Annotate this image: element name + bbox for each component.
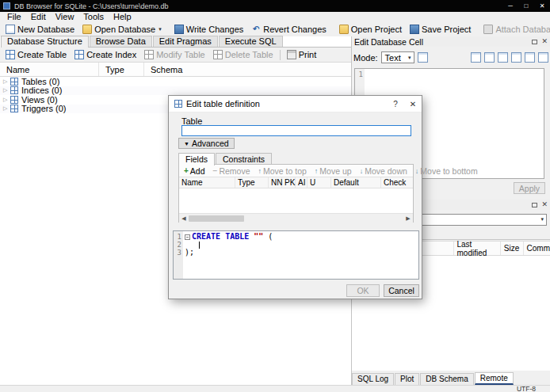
tree-column-schema[interactable]: Schema xyxy=(144,63,351,76)
menu-file[interactable]: File xyxy=(2,12,26,22)
edit-cell-dock-title: Edit Database Cell xyxy=(354,37,423,47)
print-cell-icon[interactable] xyxy=(498,52,508,63)
cancel-button[interactable]: Cancel xyxy=(384,284,419,297)
ok-button[interactable]: OK xyxy=(346,284,380,297)
maximize-button[interactable]: □ xyxy=(518,0,534,12)
close-button[interactable]: ✕ xyxy=(534,0,550,12)
horizontal-scrollbar[interactable]: ◀ ▶ xyxy=(179,213,413,223)
tree-column-type[interactable]: Type xyxy=(99,63,144,76)
move-to-bottom-button[interactable]: ↓ Move to bottom xyxy=(412,166,481,176)
revert-changes-button[interactable]: ↶ Revert Changes xyxy=(247,24,330,35)
attach-database-button[interactable]: Attach Database xyxy=(479,24,550,35)
title-bar: DB Browser for SQLite - C:\Users\turne\d… xyxy=(0,0,550,12)
status-bar: UTF-8 xyxy=(0,385,550,392)
float-dock-icon[interactable] xyxy=(532,40,537,44)
tab-database-structure[interactable]: Database Structure xyxy=(1,36,89,48)
save-project-icon xyxy=(410,25,419,34)
tab-sql-log[interactable]: SQL Log xyxy=(352,373,394,385)
column-name[interactable]: Name xyxy=(179,177,235,188)
mode-select[interactable]: Text ▾ xyxy=(381,51,414,63)
dialog-close-button[interactable]: ✕ xyxy=(404,100,422,108)
tree-column-name[interactable]: Name xyxy=(0,63,99,76)
fields-table-body[interactable] xyxy=(179,188,413,213)
dialog-icon xyxy=(174,100,182,108)
scroll-right-icon[interactable]: ▶ xyxy=(403,215,413,222)
open-external-icon[interactable] xyxy=(538,52,548,63)
menu-tools[interactable]: Tools xyxy=(78,12,109,22)
import-icon[interactable] xyxy=(418,52,428,63)
tree-item-tables[interactable]: ▷ Tables (0) xyxy=(0,77,351,86)
column-nn[interactable]: NN xyxy=(269,177,282,188)
sql-preview: 1 2 3 CREATE TABLE "" ( ); xyxy=(173,230,419,280)
encoding-indicator[interactable]: UTF-8 xyxy=(517,385,550,392)
open-project-button[interactable]: Open Project xyxy=(335,24,406,35)
code-fold-icon[interactable] xyxy=(185,234,190,240)
remove-field-button[interactable]: − Remove xyxy=(210,166,254,176)
menu-view[interactable]: View xyxy=(51,12,79,22)
column-default[interactable]: Default xyxy=(331,177,381,188)
revert-changes-icon: ↶ xyxy=(251,25,261,34)
tree-header: Name Type Schema xyxy=(0,63,351,77)
create-table-button[interactable]: Create Table xyxy=(2,49,71,60)
tab-browse-data[interactable]: Browse Data xyxy=(90,36,152,47)
expand-arrow-icon[interactable]: ▷ xyxy=(3,87,10,93)
mode-label: Mode: xyxy=(353,53,378,63)
tab-constraints[interactable]: Constraints xyxy=(216,153,272,165)
advanced-button[interactable]: ▼ Advanced xyxy=(178,138,235,149)
tab-edit-pragmas[interactable]: Edit Pragmas xyxy=(153,36,218,47)
dialog-help-button[interactable]: ? xyxy=(387,100,404,108)
scrollbar-thumb[interactable] xyxy=(189,215,244,222)
tab-execute-sql[interactable]: Execute SQL xyxy=(219,36,283,47)
move-up-button[interactable]: ↑ Move up xyxy=(311,166,355,176)
word-wrap-icon[interactable] xyxy=(511,52,521,63)
scroll-left-icon[interactable]: ◀ xyxy=(179,215,189,222)
move-to-top-button[interactable]: ↑ Move to top xyxy=(254,166,309,176)
column-check[interactable]: Check xyxy=(381,177,413,188)
add-field-button[interactable]: + Add xyxy=(181,166,208,176)
tab-remote[interactable]: Remote xyxy=(475,372,514,385)
views-icon xyxy=(10,96,18,104)
null-icon[interactable] xyxy=(525,52,535,63)
float-dock-icon[interactable] xyxy=(532,203,537,207)
modify-table-button[interactable]: Modify Table xyxy=(140,49,209,60)
close-dock-icon[interactable]: ✕ xyxy=(541,38,548,45)
tab-plot[interactable]: Plot xyxy=(395,373,419,385)
main-tab-bar: Database Structure Browse Data Edit Prag… xyxy=(1,36,351,48)
copy-icon[interactable] xyxy=(484,52,495,63)
column-type[interactable]: Type xyxy=(235,177,269,188)
minimize-button[interactable]: ─ xyxy=(502,0,518,12)
remove-icon: − xyxy=(213,167,218,175)
tab-fields[interactable]: Fields xyxy=(178,153,215,166)
expand-arrow-icon[interactable]: ▷ xyxy=(3,78,10,85)
export-icon[interactable] xyxy=(471,52,481,63)
column-pk[interactable]: PK xyxy=(282,177,296,188)
print-button[interactable]: Print xyxy=(283,49,321,60)
column-ai[interactable]: AI xyxy=(296,177,307,188)
remote-column-size[interactable]: Size xyxy=(501,242,524,255)
close-dock-icon[interactable]: ✕ xyxy=(541,201,548,208)
tree-item-indices[interactable]: ▷ Indices (0) xyxy=(0,86,351,96)
menu-edit[interactable]: Edit xyxy=(26,12,51,22)
menu-help[interactable]: Help xyxy=(109,12,136,22)
open-database-dropdown-icon[interactable]: ▾ xyxy=(159,26,162,32)
tab-db-schema[interactable]: DB Schema xyxy=(420,373,473,385)
move-down-button[interactable]: ↓ Move down xyxy=(357,166,411,176)
expand-arrow-icon[interactable]: ▷ xyxy=(3,105,10,112)
delete-table-icon xyxy=(213,50,223,59)
create-index-button[interactable]: Create Index xyxy=(71,49,140,60)
create-index-icon xyxy=(74,50,84,59)
remote-column-last-modified[interactable]: Last modified xyxy=(454,242,501,255)
chevron-down-icon: ▼ xyxy=(184,141,189,147)
delete-table-button[interactable]: Delete Table xyxy=(209,49,277,60)
apply-button[interactable]: Apply xyxy=(514,182,545,194)
open-database-button[interactable]: Open Database ▾ xyxy=(78,24,166,35)
expand-arrow-icon[interactable]: ▷ xyxy=(3,97,10,103)
save-project-button[interactable]: Save Project xyxy=(406,24,475,35)
column-u[interactable]: U xyxy=(307,177,331,188)
move-down-icon: ↓ xyxy=(360,167,364,175)
table-name-input[interactable] xyxy=(181,125,411,136)
write-changes-button[interactable]: Write Changes xyxy=(170,24,248,35)
edit-cell-dock-header: Edit Database Cell ✕ xyxy=(352,36,550,47)
new-database-button[interactable]: New Database xyxy=(2,24,78,35)
remote-column-comment[interactable]: Comm xyxy=(524,242,550,255)
